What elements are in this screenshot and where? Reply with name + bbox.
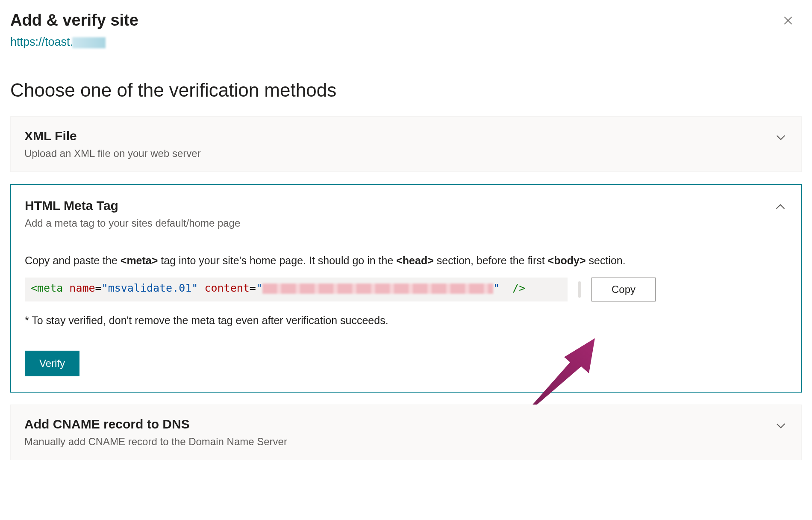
add-verify-site-panel: Add & verify site https://toast. Choose … <box>0 0 812 477</box>
chevron-down-icon <box>774 130 788 144</box>
panel-html-meta-tag-header[interactable]: HTML Meta Tag Add a meta tag to your sit… <box>25 198 787 229</box>
panel-html-meta-tag: HTML Meta Tag Add a meta tag to your sit… <box>10 184 802 393</box>
panel-cname-record-title: Add CNAME record to DNS <box>24 417 287 431</box>
verification-methods-accordion: XML File Upload an XML file on your web … <box>10 116 802 460</box>
meta-tag-code-row: <meta name="msvalidate.01" content="" />… <box>25 278 787 301</box>
code-scrollbar[interactable] <box>578 281 581 298</box>
site-url-redacted <box>72 37 106 48</box>
panel-cname-record-header[interactable]: Add CNAME record to DNS Manually add CNA… <box>24 417 788 448</box>
panel-cname-record[interactable]: Add CNAME record to DNS Manually add CNA… <box>10 405 802 460</box>
panel-cname-record-subtitle: Manually add CNAME record to the Domain … <box>24 436 287 448</box>
copy-button[interactable]: Copy <box>591 278 656 301</box>
panel-html-meta-tag-body: Copy and paste the <meta> tag into your … <box>25 253 787 376</box>
verify-button[interactable]: Verify <box>25 351 79 376</box>
panel-html-meta-tag-title: HTML Meta Tag <box>25 198 240 213</box>
close-icon <box>783 15 794 26</box>
panel-html-meta-tag-subtitle: Add a meta tag to your sites default/hom… <box>25 217 240 229</box>
meta-tag-note: * To stay verified, don't remove the met… <box>25 314 787 327</box>
chevron-down-icon <box>774 419 788 432</box>
panel-xml-file-header[interactable]: XML File Upload an XML file on your web … <box>24 129 788 160</box>
panel-xml-file[interactable]: XML File Upload an XML file on your web … <box>10 116 802 172</box>
meta-tag-content-redacted <box>262 284 493 294</box>
site-url[interactable]: https://toast. <box>10 35 138 49</box>
site-url-prefix: https://toast. <box>10 35 73 48</box>
close-button[interactable] <box>779 11 797 30</box>
meta-tag-code[interactable]: <meta name="msvalidate.01" content="" /> <box>25 278 568 301</box>
panel-xml-file-subtitle: Upload an XML file on your web server <box>24 148 201 160</box>
meta-tag-instruction: Copy and paste the <meta> tag into your … <box>25 253 787 268</box>
header-row: Add & verify site https://toast. <box>10 8 802 49</box>
header-left: Add & verify site https://toast. <box>10 8 138 49</box>
section-heading: Choose one of the verification methods <box>10 80 802 101</box>
page-title: Add & verify site <box>10 11 138 30</box>
chevron-up-icon <box>774 200 787 214</box>
panel-xml-file-title: XML File <box>24 129 201 143</box>
